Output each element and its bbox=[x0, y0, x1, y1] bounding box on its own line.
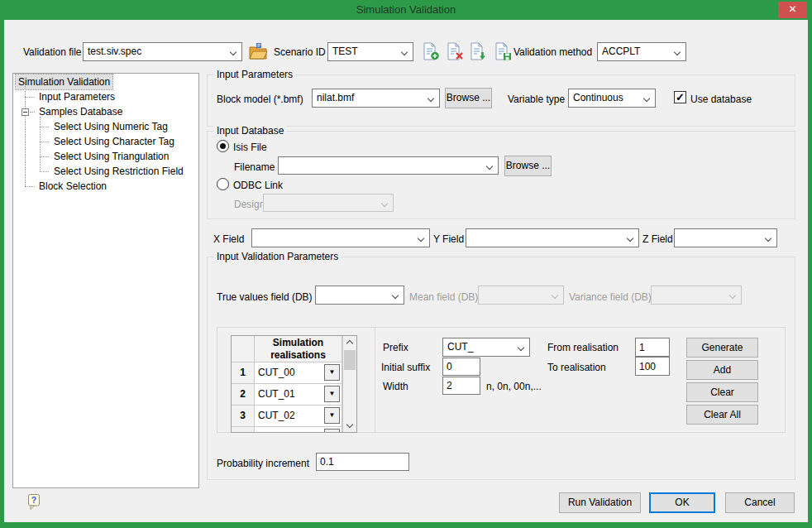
width-input[interactable] bbox=[442, 377, 480, 395]
tree-item-select-using-triangulation[interactable]: Select Using Triangulation bbox=[51, 149, 171, 164]
tree-item-select-using-numeric-tag[interactable]: Select Using Numeric Tag bbox=[51, 119, 170, 134]
isis-file-radio[interactable] bbox=[217, 140, 229, 152]
browse-filename-button[interactable]: Browse ... bbox=[504, 156, 552, 176]
tree-item-input-parameters[interactable]: Input Parameters bbox=[36, 89, 117, 104]
add-button[interactable]: Add bbox=[686, 360, 758, 380]
mean-field-label: Mean field (DB) bbox=[409, 291, 478, 303]
close-icon[interactable]: ✕ bbox=[778, 2, 807, 18]
table-row[interactable]: 3 CUT_02▼ bbox=[232, 406, 342, 427]
validation-method-label: Validation method bbox=[513, 46, 592, 58]
cell-dropdown-icon[interactable]: ▼ bbox=[324, 386, 340, 402]
variable-type-label: Variable type bbox=[508, 94, 565, 105]
generate-button[interactable]: Generate bbox=[686, 338, 758, 358]
browse-block-model-button[interactable]: Browse ... bbox=[445, 88, 492, 108]
new-scenario-icon[interactable] bbox=[423, 42, 440, 60]
to-realisation-label: To realisation bbox=[547, 362, 606, 373]
scenario-id-label: Scenario ID bbox=[274, 46, 326, 58]
tree-connector-line bbox=[25, 186, 35, 187]
chevron-down-icon bbox=[765, 235, 771, 242]
chevron-down-icon bbox=[418, 235, 424, 242]
x-field-combo[interactable] bbox=[251, 228, 430, 247]
chevron-down-icon bbox=[627, 235, 633, 242]
tree-item-simulation-validation[interactable]: Simulation Validation bbox=[16, 74, 112, 89]
realisation-cell[interactable]: CUT_01▼ bbox=[255, 384, 342, 406]
title-bar: Simulation Validation ✕ bbox=[0, 0, 812, 20]
tree-connector-line bbox=[25, 97, 35, 98]
realisation-cell[interactable]: ▼ bbox=[255, 427, 342, 433]
realisation-cell[interactable]: CUT_02▼ bbox=[255, 406, 342, 427]
tree-connector-line bbox=[40, 127, 49, 127]
cell-dropdown-icon[interactable]: ▼ bbox=[324, 407, 340, 424]
prefix-label: Prefix bbox=[383, 342, 408, 353]
save-scenario-icon[interactable] bbox=[494, 42, 512, 60]
tree-item-block-selection[interactable]: Block Selection bbox=[36, 179, 109, 194]
table-row[interactable]: 2 CUT_01▼ bbox=[232, 384, 342, 406]
tree-item-samples-database[interactable]: Samples Database bbox=[36, 104, 125, 119]
validation-file-value: test.siv.spec bbox=[84, 43, 241, 60]
validation-file-combo[interactable]: test.siv.spec bbox=[83, 42, 242, 61]
scrollbar-thumb[interactable] bbox=[344, 350, 356, 370]
z-field-combo[interactable] bbox=[674, 228, 777, 247]
scroll-up-icon[interactable] bbox=[346, 340, 353, 347]
tree-connector-line bbox=[25, 83, 26, 186]
cancel-button[interactable]: Cancel bbox=[725, 492, 795, 513]
row-number: 1 bbox=[232, 362, 255, 384]
from-realisation-input[interactable] bbox=[635, 338, 670, 357]
use-database-checkbox[interactable]: ✓ bbox=[674, 91, 686, 103]
design-combo bbox=[263, 194, 394, 212]
realisations-column-header: Simulation realisations bbox=[255, 336, 342, 362]
variance-field-combo bbox=[651, 286, 742, 305]
realisation-value: CUT_00 bbox=[258, 367, 295, 378]
tree-item-select-using-restriction-field[interactable]: Select Using Restriction Field bbox=[51, 164, 186, 179]
prefix-combo[interactable]: CUT_ bbox=[442, 338, 530, 357]
y-field-combo[interactable] bbox=[466, 228, 639, 247]
row-number: 4 bbox=[232, 427, 255, 433]
run-validation-button[interactable]: Run Validation bbox=[559, 492, 641, 513]
row-number: 2 bbox=[232, 384, 255, 406]
window-title: Simulation Validation bbox=[0, 3, 812, 16]
validation-method-combo[interactable]: ACCPLT bbox=[597, 42, 686, 61]
chevron-down-icon bbox=[381, 200, 388, 207]
cell-dropdown-icon[interactable]: ▼ bbox=[324, 429, 340, 433]
chevron-down-icon bbox=[392, 292, 399, 299]
delete-scenario-icon[interactable] bbox=[447, 42, 464, 60]
realisation-value: CUT_01 bbox=[258, 388, 295, 400]
clear-button[interactable]: Clear bbox=[686, 382, 758, 402]
table-scrollbar[interactable] bbox=[342, 336, 356, 432]
probability-increment-label: Probability increment bbox=[217, 458, 309, 469]
import-scenario-icon[interactable] bbox=[470, 42, 487, 60]
filename-combo[interactable] bbox=[278, 156, 499, 175]
table-header-row: Simulation realisations bbox=[232, 336, 342, 362]
initial-suffix-input[interactable] bbox=[442, 358, 480, 376]
variance-field-label: Variance field (DB) bbox=[569, 291, 652, 303]
scenario-id-combo[interactable]: TEST bbox=[327, 42, 413, 61]
cell-dropdown-icon[interactable]: ▼ bbox=[324, 364, 340, 381]
scroll-down-icon[interactable] bbox=[346, 421, 353, 428]
svg-text:P: P bbox=[257, 43, 260, 48]
table-row[interactable]: 4 ▼ bbox=[232, 427, 342, 433]
realisation-value: CUT_02 bbox=[258, 410, 295, 421]
block-model-combo[interactable]: nilat.bmf bbox=[312, 89, 440, 108]
z-field-label: Z Field bbox=[642, 233, 673, 245]
probability-increment-input[interactable] bbox=[316, 453, 409, 471]
row-number: 3 bbox=[232, 406, 255, 427]
table-row[interactable]: 1 CUT_00▼ bbox=[232, 362, 342, 384]
help-icon[interactable]: ? bbox=[27, 493, 41, 511]
to-realisation-input[interactable] bbox=[635, 357, 670, 376]
from-realisation-label: From realisation bbox=[547, 342, 619, 353]
mean-field-combo bbox=[478, 286, 564, 305]
realisations-table: Simulation realisations 1 CUT_00▼ 2 CUT_… bbox=[231, 335, 357, 433]
variable-type-combo[interactable]: Continuous bbox=[568, 89, 656, 108]
width-label: Width bbox=[383, 381, 408, 392]
open-folder-icon[interactable]: P bbox=[249, 42, 268, 60]
collapse-expander-icon[interactable] bbox=[21, 108, 29, 116]
odbc-link-radio[interactable] bbox=[217, 178, 229, 190]
width-hint: n, 0n, 00n,... bbox=[486, 381, 542, 392]
tree-item-select-using-character-tag[interactable]: Select Using Character Tag bbox=[51, 134, 177, 149]
x-field-label: X Field bbox=[213, 233, 244, 245]
realisation-cell[interactable]: CUT_00▼ bbox=[255, 362, 342, 384]
chevron-down-icon bbox=[552, 292, 558, 299]
ok-button[interactable]: OK bbox=[649, 492, 715, 513]
true-values-field-combo[interactable] bbox=[315, 286, 404, 305]
clear-all-button[interactable]: Clear All bbox=[686, 405, 758, 425]
